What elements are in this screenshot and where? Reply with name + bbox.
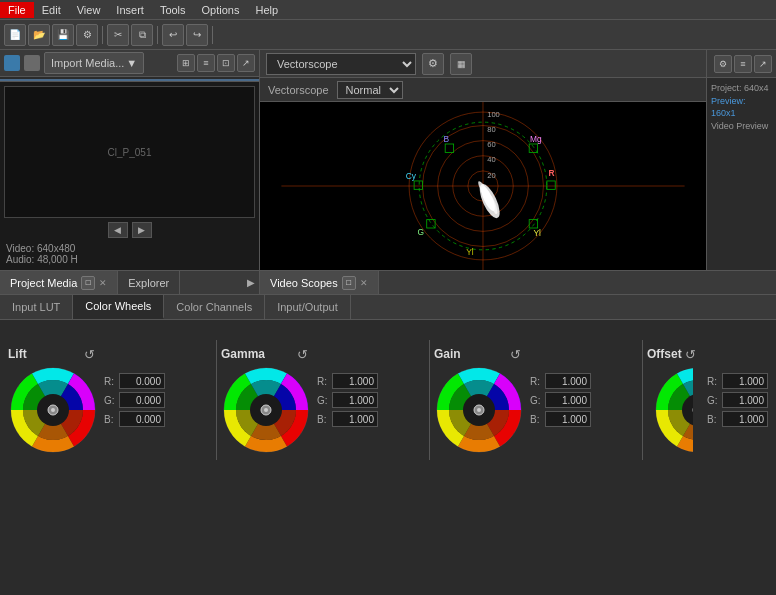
left-tab-arrow[interactable]: ▶ bbox=[247, 277, 255, 288]
menu-options[interactable]: Options bbox=[194, 2, 248, 18]
svg-text:Cy: Cy bbox=[406, 171, 417, 181]
lift-b-input[interactable] bbox=[119, 411, 165, 427]
gamma-reset-button[interactable]: ↺ bbox=[293, 345, 311, 363]
thumb-next[interactable]: ▶ bbox=[132, 222, 152, 238]
gamma-b-row: B: bbox=[317, 411, 378, 427]
lift-g-input[interactable] bbox=[119, 392, 165, 408]
gain-g-input[interactable] bbox=[545, 392, 591, 408]
lift-section: Lift ↺ bbox=[8, 345, 212, 455]
video-scopes-panel: Vectorscope Waveform Histogram Parade ⚙ … bbox=[260, 50, 706, 270]
tab-input-lut[interactable]: Input LUT bbox=[0, 295, 73, 319]
tab-video-scopes[interactable]: Video Scopes □ ✕ bbox=[260, 271, 379, 294]
toolbar-sep-2 bbox=[157, 26, 158, 44]
gain-label-row: Gain ↺ bbox=[434, 345, 524, 363]
left-panel-btn2[interactable]: ≡ bbox=[197, 54, 215, 72]
gain-b-row: B: bbox=[530, 411, 591, 427]
gain-r-input[interactable] bbox=[545, 373, 591, 389]
left-panel-header: Import Media... ▼ ⊞ ≡ ⊡ ↗ bbox=[0, 50, 259, 77]
menu-file[interactable]: File bbox=[0, 2, 34, 18]
far-right-info: Project: 640x4 Preview: 160x1 Video Prev… bbox=[707, 78, 776, 136]
offset-r-input[interactable] bbox=[722, 373, 768, 389]
left-panel: Import Media... ▼ ⊞ ≡ ⊡ ↗ ▶ All Media ▼ bbox=[0, 50, 260, 270]
tab-close-project[interactable]: ✕ bbox=[99, 278, 107, 288]
svg-text:B: B bbox=[444, 134, 450, 144]
toolbar-copy[interactable]: ⧉ bbox=[131, 24, 153, 46]
bottom-color-panel: Input LUT Color Wheels Color Channels In… bbox=[0, 295, 776, 480]
toolbar-open[interactable]: 📂 bbox=[28, 24, 50, 46]
toolbar-undo[interactable]: ↩ bbox=[162, 24, 184, 46]
gain-g-row: G: bbox=[530, 392, 591, 408]
gain-wheel-svg bbox=[434, 365, 524, 455]
scope-settings-btn[interactable]: ⚙ bbox=[422, 53, 444, 75]
menu-help[interactable]: Help bbox=[247, 2, 286, 18]
menu-edit[interactable]: Edit bbox=[34, 2, 69, 18]
menu-bar: File Edit View Insert Tools Options Help bbox=[0, 0, 776, 20]
gamma-g-input[interactable] bbox=[332, 392, 378, 408]
menu-insert[interactable]: Insert bbox=[108, 2, 152, 18]
vectorscope-visualization: 100 80 60 40 20 R Mg B Cy G Yl Yl bbox=[260, 102, 706, 270]
gain-b-input[interactable] bbox=[545, 411, 591, 427]
tab-project-media[interactable]: Project Media □ ✕ bbox=[0, 271, 118, 294]
gamma-label-row: Gamma ↺ bbox=[221, 345, 311, 363]
offset-b-input[interactable] bbox=[722, 411, 768, 427]
scope-layout-btn[interactable]: ▦ bbox=[450, 53, 472, 75]
gamma-b-input[interactable] bbox=[332, 411, 378, 427]
thumb-prev[interactable]: ◀ bbox=[108, 222, 128, 238]
lift-r-input[interactable] bbox=[119, 373, 165, 389]
svg-text:Yl: Yl bbox=[533, 228, 541, 238]
far-right-btn2[interactable]: ≡ bbox=[734, 55, 752, 73]
scope-mode-dropdown[interactable]: Normal 1.75x 2.5x 5x bbox=[337, 81, 403, 99]
tab-close-scopes[interactable]: ✕ bbox=[360, 278, 368, 288]
offset-wheel-container: Offset ↺ bbox=[647, 345, 700, 455]
offset-g-row: G: bbox=[707, 392, 768, 408]
tab-input-output[interactable]: Input/Output bbox=[265, 295, 351, 319]
divider-2 bbox=[429, 340, 430, 460]
gain-reset-button[interactable]: ↺ bbox=[506, 345, 524, 363]
svg-text:R: R bbox=[549, 168, 555, 178]
offset-g-input[interactable] bbox=[722, 392, 768, 408]
tab-explorer[interactable]: Explorer bbox=[118, 271, 180, 294]
left-panel-btn3[interactable]: ⊡ bbox=[217, 54, 235, 72]
far-right-btn1[interactable]: ⚙ bbox=[714, 55, 732, 73]
gamma-g-label: G: bbox=[317, 395, 329, 406]
toolbar-new[interactable]: 📄 bbox=[4, 24, 26, 46]
tab-color-wheels[interactable]: Color Wheels bbox=[73, 295, 164, 319]
toolbar-save[interactable]: 💾 bbox=[52, 24, 74, 46]
menu-view[interactable]: View bbox=[69, 2, 109, 18]
svg-text:80: 80 bbox=[487, 125, 495, 134]
lift-reset-button[interactable]: ↺ bbox=[80, 345, 98, 363]
bin-icon bbox=[24, 55, 40, 71]
svg-text:Mg: Mg bbox=[530, 134, 542, 144]
lift-label-row: Lift ↺ bbox=[8, 345, 98, 363]
scope-type-dropdown[interactable]: Vectorscope Waveform Histogram Parade bbox=[266, 53, 416, 75]
lift-values: R: G: B: bbox=[104, 373, 165, 427]
tab-panel-btn[interactable]: □ bbox=[81, 276, 95, 290]
scope-panel-btn[interactable]: □ bbox=[342, 276, 356, 290]
gain-b-label: B: bbox=[530, 414, 542, 425]
offset-g-label: G: bbox=[707, 395, 719, 406]
preview-info: Preview: 160x1 bbox=[711, 95, 772, 120]
left-panel-btn4[interactable]: ↗ bbox=[237, 54, 255, 72]
menu-tools[interactable]: Tools bbox=[152, 2, 194, 18]
offset-reset-button[interactable]: ↺ bbox=[682, 345, 700, 363]
tab-color-channels[interactable]: Color Channels bbox=[164, 295, 265, 319]
svg-point-35 bbox=[51, 408, 55, 412]
offset-label: Offset bbox=[647, 347, 682, 361]
toolbar-cut[interactable]: ✂ bbox=[107, 24, 129, 46]
toolbar-redo[interactable]: ↪ bbox=[186, 24, 208, 46]
gamma-label: Gamma bbox=[221, 347, 265, 361]
thumbnail-nav: ◀ ▶ bbox=[4, 222, 255, 238]
toolbar-sep-1 bbox=[102, 26, 103, 44]
far-right-btn3[interactable]: ↗ bbox=[754, 55, 772, 73]
left-panel-btn1[interactable]: ⊞ bbox=[177, 54, 195, 72]
gamma-r-label: R: bbox=[317, 376, 329, 387]
lift-g-label: G: bbox=[104, 395, 116, 406]
thumbnail-display: Cl_P_051 bbox=[4, 86, 255, 218]
gamma-r-input[interactable] bbox=[332, 373, 378, 389]
toolbar-settings[interactable]: ⚙ bbox=[76, 24, 98, 46]
svg-point-40 bbox=[264, 408, 268, 412]
import-media-button[interactable]: Import Media... ▼ bbox=[44, 52, 144, 74]
preview-label: Video Preview bbox=[711, 120, 772, 133]
thumbnail-filename: Cl_P_051 bbox=[108, 147, 152, 158]
offset-wheel-svg bbox=[653, 365, 693, 455]
